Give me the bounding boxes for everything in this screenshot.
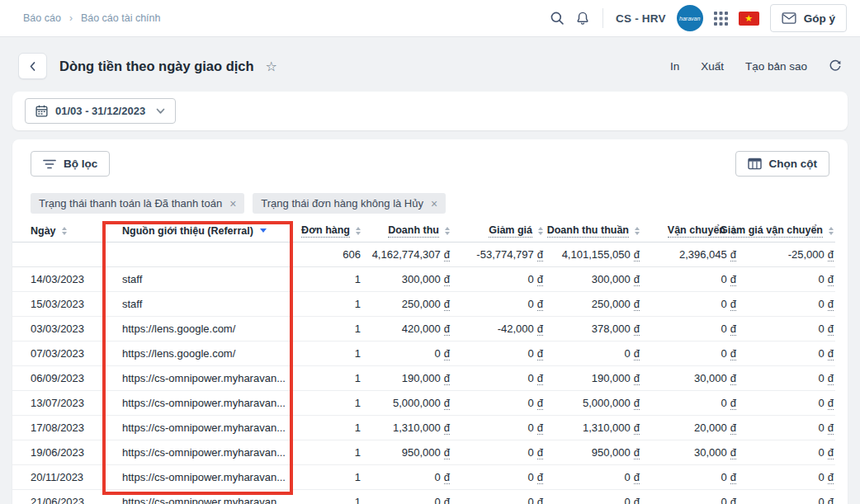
currency-symbol: đ xyxy=(828,471,834,484)
currency-symbol: đ xyxy=(537,471,543,484)
currency-symbol: đ xyxy=(730,347,736,360)
cell-value: staff xyxy=(122,298,142,310)
cell-value: staff xyxy=(122,273,142,285)
column-header-1[interactable]: Nguồn giới thiệu (Referral) xyxy=(102,225,293,237)
column-header-5[interactable]: Doanh thu thuần xyxy=(543,224,640,238)
cell-value: 1 xyxy=(355,446,361,459)
cell-value: 0 xyxy=(819,323,825,335)
column-header-4[interactable]: Giảm giá xyxy=(450,224,543,238)
breadcrumb: Báo cáo›Báo cáo tài chính xyxy=(23,12,160,24)
print-button[interactable]: In xyxy=(670,60,679,73)
currency-symbol: đ xyxy=(634,347,640,360)
table-body: 6064,162,774,307đ-53,774,797đ4,101,155,0… xyxy=(12,243,835,504)
account-label[interactable]: CS - HRV xyxy=(616,12,666,25)
currency-symbol: đ xyxy=(730,323,736,336)
filter-chip-label: Trạng thái đơn hàng không là Hủy xyxy=(261,197,423,210)
currency-symbol: đ xyxy=(828,372,834,385)
table-cell: 0đ xyxy=(640,347,736,360)
cell-value: 0 xyxy=(528,496,534,504)
cell-value: 19/06/2023 xyxy=(31,446,84,459)
cell-value: https://lens.google.com/ xyxy=(122,347,235,360)
filter-button[interactable]: Bộ lọc xyxy=(31,151,110,177)
currency-symbol: đ xyxy=(537,372,543,385)
table-cell: 250,000đ xyxy=(361,298,450,311)
table-cell: 0đ xyxy=(543,496,640,504)
apps-grid-icon[interactable] xyxy=(714,12,728,26)
column-header-3[interactable]: Doanh thu xyxy=(361,224,450,238)
refresh-icon[interactable] xyxy=(829,59,842,73)
currency-symbol: đ xyxy=(634,397,640,410)
cell-value: 378,000 xyxy=(592,323,631,335)
export-button[interactable]: Xuất xyxy=(701,60,724,73)
cell-value: https://cs-omnipower.myharavan... xyxy=(122,471,286,483)
column-header-2[interactable]: Đơn hàng xyxy=(293,224,361,238)
chip-close-icon[interactable]: × xyxy=(229,198,236,210)
table-cell: 0đ xyxy=(450,372,543,385)
cell-value: 20/11/2023 xyxy=(31,471,83,483)
currency-symbol: đ xyxy=(444,446,450,459)
currency-symbol: đ xyxy=(828,298,834,311)
breadcrumb-item[interactable]: Báo cáo tài chính xyxy=(81,12,161,24)
table-cell: 190,000đ xyxy=(543,372,640,385)
table-cell: 0đ xyxy=(736,372,835,385)
date-range-picker[interactable]: 01/03 - 31/12/2023 xyxy=(25,98,176,124)
cell-value: -53,774,797 xyxy=(476,248,533,261)
column-label: Đơn hàng xyxy=(301,224,350,238)
summary-row: 6064,162,774,307đ-53,774,797đ4,101,155,0… xyxy=(12,243,835,267)
chip-close-icon[interactable]: × xyxy=(431,198,437,210)
bell-icon[interactable] xyxy=(575,11,590,26)
favorite-star-icon[interactable]: ☆ xyxy=(266,59,277,74)
column-label: Ngày xyxy=(31,225,56,237)
language-flag-icon[interactable]: ★ xyxy=(739,12,759,26)
currency-symbol: đ xyxy=(828,248,834,261)
cell-value: 20,000 xyxy=(694,422,727,434)
column-label: Giảm giá vận chuyển xyxy=(720,224,823,238)
table-cell: 0đ xyxy=(361,471,450,484)
table-cell: 30,000đ xyxy=(640,372,736,385)
table-cell: 0đ xyxy=(450,397,543,410)
table-cell: 0đ xyxy=(736,347,835,360)
avatar[interactable]: haravan xyxy=(677,5,703,31)
table-cell: 0đ xyxy=(450,471,543,484)
columns-button-label: Chọn cột xyxy=(769,158,818,170)
cell-value: 2,396,045 xyxy=(679,248,727,261)
cell-value: 0 xyxy=(819,273,825,285)
title-row: Dòng tiền theo ngày giao dịch ☆ In Xuất … xyxy=(18,53,842,79)
back-button[interactable] xyxy=(18,53,47,79)
table-cell: 0đ xyxy=(736,273,835,286)
chevron-left-icon xyxy=(28,61,37,72)
choose-columns-button[interactable]: Chọn cột xyxy=(735,151,830,177)
cell-value: 0 xyxy=(625,471,631,483)
currency-symbol: đ xyxy=(537,248,543,261)
currency-symbol: đ xyxy=(730,422,736,435)
table-cell: 0đ xyxy=(736,471,835,484)
cell-value: 300,000 xyxy=(402,273,441,285)
table-cell: -42,000đ xyxy=(450,323,543,336)
cell-value: 0 xyxy=(435,496,441,504)
table-cell: 1 xyxy=(293,471,361,483)
cell-value: https://cs-omnipower.myharavan... xyxy=(122,372,286,384)
currency-symbol: đ xyxy=(730,471,736,484)
table-cell: 4,101,155,050đ xyxy=(543,248,640,261)
table-cell: 950,000đ xyxy=(543,446,640,459)
table-cell: 950,000đ xyxy=(361,446,450,459)
cell-value: 190,000 xyxy=(592,372,631,384)
duplicate-button[interactable]: Tạo bản sao xyxy=(745,60,807,73)
breadcrumb-item[interactable]: Báo cáo xyxy=(23,12,61,24)
table-cell: 0đ xyxy=(450,273,543,286)
cell-value: 1 xyxy=(355,496,361,504)
column-label: Nguồn giới thiệu (Referral) xyxy=(122,225,253,237)
cell-value: 300,000 xyxy=(592,273,631,285)
column-header-7[interactable]: Giảm giá vận chuyển xyxy=(736,224,835,238)
cell-value: 1 xyxy=(355,273,361,285)
table-cell: 17/08/2023 xyxy=(12,422,102,434)
breadcrumb-separator: › xyxy=(69,12,73,24)
search-icon[interactable] xyxy=(550,11,565,26)
cell-value: 606 xyxy=(343,248,361,261)
feedback-button[interactable]: Góp ý xyxy=(770,4,847,32)
table-cell: 0đ xyxy=(736,422,835,435)
column-header-0[interactable]: Ngày xyxy=(12,225,102,237)
chevron-down-icon xyxy=(260,228,267,233)
currency-symbol: đ xyxy=(828,397,834,410)
table-cell: https://cs-omnipower.myharavan... xyxy=(102,397,293,409)
